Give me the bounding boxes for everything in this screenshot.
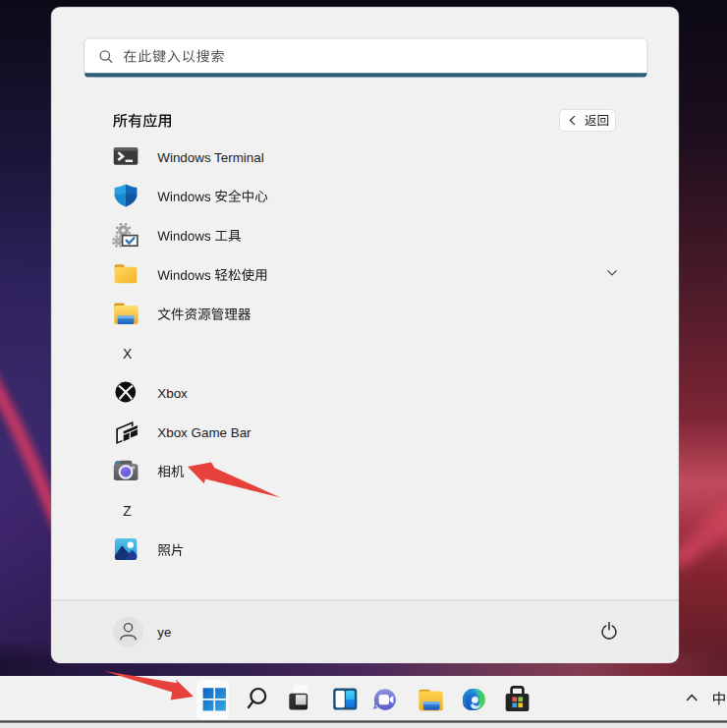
svg-text:Z: Z — [123, 504, 131, 519]
svg-text:X: X — [123, 347, 132, 362]
svg-text:Windows Terminal: Windows Terminal — [157, 150, 263, 165]
svg-text:Xbox Game Bar: Xbox Game Bar — [157, 425, 252, 440]
svg-text:ye: ye — [157, 625, 171, 640]
svg-text:Xbox: Xbox — [157, 386, 188, 401]
